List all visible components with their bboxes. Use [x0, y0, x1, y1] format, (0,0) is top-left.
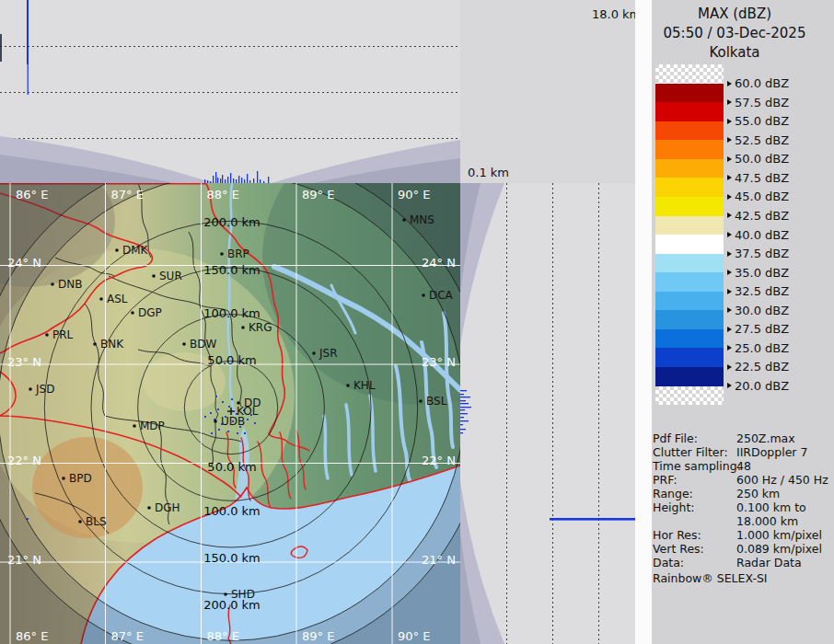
echo-bar: [460, 432, 463, 433]
tick-arrow-icon: [727, 270, 732, 275]
range-ring-label: 100.0 km: [203, 306, 261, 320]
longitude-label: 89° E: [302, 629, 334, 643]
longitude-label: 87° E: [111, 629, 144, 643]
echo-bar: [257, 171, 258, 183]
legend-band: [655, 84, 724, 103]
city-label: SHD: [231, 588, 255, 601]
echo-bar: [460, 409, 465, 410]
echo-bar: [213, 176, 214, 183]
city-label: DCA: [429, 289, 454, 302]
radar-display-window: 18.0 km 0.1 km: [0, 0, 834, 644]
metadata-value: 600 Hz / 450 Hz: [736, 473, 828, 487]
metadata-value: 48: [736, 459, 751, 473]
legend-entry: 55.0 dBZ: [727, 115, 789, 128]
city-label: BRP: [227, 247, 249, 260]
tick-arrow-icon: [727, 327, 732, 332]
metadata-row: Hor Res:1.000 km/pixel: [635, 528, 834, 542]
city-dot: [93, 342, 97, 346]
echo-bar: [230, 173, 231, 183]
metadata-row: Clutter Filter:IIRDoppler 7: [635, 445, 834, 459]
echo-bar: [460, 413, 468, 414]
city-label: MNS: [410, 213, 434, 226]
range-ring-label: 50.0 km: [207, 460, 256, 474]
echo-bar: [247, 174, 248, 183]
legend-band: [655, 367, 724, 386]
range-ring-label: 100.0 km: [203, 504, 261, 518]
city-dot: [133, 424, 136, 428]
legend-entry: 27.5 dBZ: [727, 323, 789, 336]
echo-bar: [215, 172, 216, 183]
legend-band: [655, 121, 724, 141]
tick-arrow-icon: [727, 364, 732, 370]
longitude-label: 87° E: [111, 188, 144, 201]
city-dot: [220, 252, 224, 256]
legend-entry-label: 52.5 dBZ: [735, 133, 789, 147]
legend-entry: 35.0 dBZ: [727, 266, 789, 279]
echo-cell: [218, 429, 220, 431]
legend-band: [655, 197, 724, 216]
echo-cell: [244, 432, 246, 434]
echo-bar: [460, 417, 464, 418]
echo-bar: [460, 390, 467, 391]
legend-entry: 30.0 dBZ: [727, 304, 789, 316]
scan-timestamp: 05:50 / 03-Dec-2025: [635, 25, 834, 41]
metadata-row: Vert Res:0.089 km/pixel: [635, 542, 834, 556]
legend-band: [655, 140, 724, 159]
min-height-axis-label: 0.1 km: [468, 166, 509, 179]
city-dot: [152, 274, 156, 278]
city-label: DNB: [58, 278, 82, 291]
legend-entry: 40.0 dBZ: [727, 228, 789, 241]
city-dot: [131, 311, 134, 315]
metadata-label: Height:: [653, 500, 695, 514]
range-ring-label: 50.0 km: [207, 353, 256, 367]
echo-bar: [460, 424, 463, 425]
tick-arrow-icon: [727, 137, 732, 143]
echo-column: [28, 64, 29, 95]
radar-site-label: KOL: [237, 405, 259, 418]
echo-cell: [227, 431, 229, 432]
legend-panel: MAX (dBZ) 05:50 / 03-Dec-2025 Kolkata 60…: [635, 0, 834, 644]
legend-band: [655, 386, 724, 406]
echo-cell: [217, 408, 219, 410]
latitude-label: 22° N: [7, 454, 41, 467]
city-dot: [29, 387, 32, 391]
station-name: Kolkata: [635, 44, 834, 61]
echo-column: [27, 0, 29, 64]
dbz-colorbar: [655, 64, 724, 405]
latitude-label: 22° N: [422, 454, 456, 467]
city-label: BNK: [100, 338, 124, 351]
tick-arrow-icon: [727, 251, 732, 257]
echo-cell: [228, 406, 230, 408]
echo-bar: [238, 176, 239, 183]
city-label: BDW: [190, 338, 216, 351]
product-title: MAX (dBZ): [635, 6, 834, 22]
legend-entry-label: 30.0 dBZ: [735, 304, 789, 317]
echo-bar: [227, 177, 228, 183]
legend-entry-label: 35.0 dBZ: [735, 266, 789, 280]
city-dot: [78, 520, 82, 523]
echo-bar: [460, 407, 471, 408]
tick-arrow-icon: [727, 175, 732, 180]
metadata-row: PRF:600 Hz / 450 Hz: [635, 473, 834, 487]
longitude-label: 86° E: [16, 629, 48, 643]
legend-entry-label: 45.0 dBZ: [735, 190, 789, 203]
echo-cell: [204, 416, 206, 418]
metadata-row: Time sampling:48: [635, 459, 834, 473]
metadata-value: 0.089 km/pixel: [736, 542, 822, 556]
city-label: DMK: [122, 244, 149, 257]
range-ring-label: 150.0 km: [203, 551, 261, 565]
tick-arrow-icon: [727, 307, 732, 313]
city-dot: [45, 333, 49, 337]
legend-band: [655, 102, 724, 121]
legend-entry-label: 47.5 dBZ: [735, 171, 789, 185]
metadata-value: 0.100 km to: [736, 500, 806, 514]
metadata-label: PRF:: [653, 473, 678, 487]
legend-entry: 20.0 dBZ: [727, 379, 789, 392]
legend-entry-label: 32.5 dBZ: [735, 284, 789, 298]
scan-metadata: Pdf File:250Z.maxClutter Filter:IIRDoppl…: [635, 431, 834, 569]
city-label: BLS: [86, 515, 107, 528]
tick-arrow-icon: [727, 383, 732, 388]
city-label: ASL: [107, 293, 128, 305]
city-dot: [419, 399, 423, 403]
city-label: KRG: [249, 321, 272, 334]
